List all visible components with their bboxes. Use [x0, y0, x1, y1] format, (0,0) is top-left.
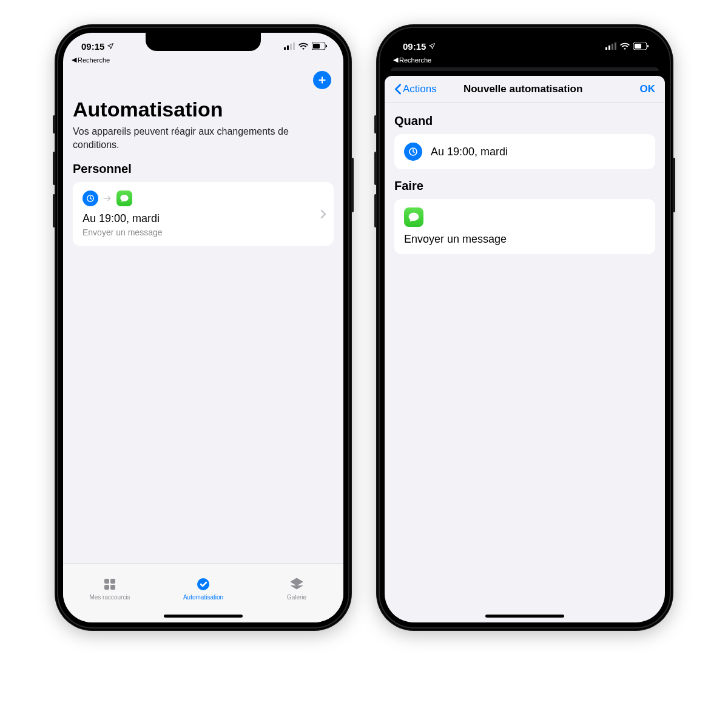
clock-icon: [83, 190, 98, 206]
nav-ok-button[interactable]: OK: [640, 83, 656, 95]
page-title: Automatisation: [73, 98, 334, 121]
phone-right: 09:15 ◀ Recherche: [376, 24, 673, 631]
tab-gallery-label: Galerie: [287, 594, 306, 601]
do-value: Envoyer un message: [404, 233, 507, 246]
svg-rect-8: [104, 579, 109, 584]
grid-icon: [102, 576, 118, 592]
svg-rect-11: [110, 585, 115, 590]
svg-rect-10: [104, 585, 109, 590]
arrow-icon: [103, 195, 112, 201]
layers-icon: [289, 576, 305, 592]
signal-icon: [605, 42, 616, 50]
do-card[interactable]: Envoyer un message: [394, 199, 655, 254]
location-icon: [107, 42, 114, 50]
messages-icon: [116, 190, 132, 206]
svg-rect-0: [284, 47, 286, 50]
modal-sheet: Actions Nouvelle automatisation OK Quand…: [385, 76, 665, 622]
wifi-icon: [298, 42, 308, 50]
automation-tab-icon: [195, 576, 211, 592]
svg-rect-9: [110, 579, 115, 584]
svg-rect-1: [287, 46, 289, 50]
svg-rect-5: [313, 44, 320, 49]
automation-title: Au 19:00, mardi: [83, 212, 324, 225]
svg-rect-3: [293, 42, 295, 50]
nav-title: Nouvelle automatisation: [406, 83, 640, 95]
svg-rect-19: [647, 45, 649, 47]
home-indicator[interactable]: [485, 615, 564, 618]
tab-automation[interactable]: Automatisation: [157, 564, 250, 613]
svg-rect-18: [635, 44, 641, 49]
tab-gallery[interactable]: Galerie: [250, 564, 343, 613]
phone-left: 09:15 ◀ Recherche: [55, 24, 352, 631]
battery-icon: [633, 42, 649, 50]
svg-rect-14: [608, 46, 610, 50]
messages-icon: [404, 207, 423, 227]
tab-shortcuts-label: Mes raccourcis: [89, 594, 130, 601]
wifi-icon: [620, 42, 630, 50]
svg-rect-15: [612, 44, 613, 50]
home-indicator[interactable]: [164, 615, 243, 618]
status-time: 09:15: [81, 41, 104, 52]
screen-left: 09:15 ◀ Recherche: [63, 33, 343, 622]
status-time: 09:15: [403, 41, 426, 52]
when-value: Au 19:00, mardi: [431, 146, 508, 158]
svg-rect-2: [290, 44, 292, 50]
when-card[interactable]: Au 19:00, mardi: [394, 134, 655, 169]
notch: [146, 33, 261, 51]
when-section-label: Quand: [394, 114, 655, 128]
notch: [467, 33, 582, 51]
section-personnel: Personnel: [73, 162, 334, 176]
svg-rect-16: [615, 42, 616, 50]
automation-card[interactable]: Au 19:00, mardi Envoyer un message: [73, 182, 334, 246]
chevron-right-icon: [320, 209, 326, 219]
automation-subtitle: Envoyer un message: [83, 228, 324, 237]
svg-rect-13: [605, 47, 607, 50]
tab-shortcuts[interactable]: Mes raccourcis: [63, 564, 157, 613]
page-subtitle: Vos appareils peuvent réagir aux changem…: [73, 125, 334, 151]
clock-icon: [404, 143, 422, 161]
screen-right: 09:15 ◀ Recherche: [385, 33, 665, 622]
signal-icon: [284, 42, 295, 50]
svg-point-12: [197, 578, 209, 590]
do-section-label: Faire: [394, 179, 655, 193]
location-icon: [428, 42, 436, 50]
add-automation-button[interactable]: [313, 71, 331, 89]
nav-bar: Actions Nouvelle automatisation OK: [385, 76, 665, 103]
battery-icon: [312, 42, 328, 50]
tab-automation-label: Automatisation: [183, 594, 223, 601]
tab-bar: Mes raccourcis Automatisation Galerie: [63, 564, 343, 622]
svg-rect-6: [326, 45, 327, 47]
